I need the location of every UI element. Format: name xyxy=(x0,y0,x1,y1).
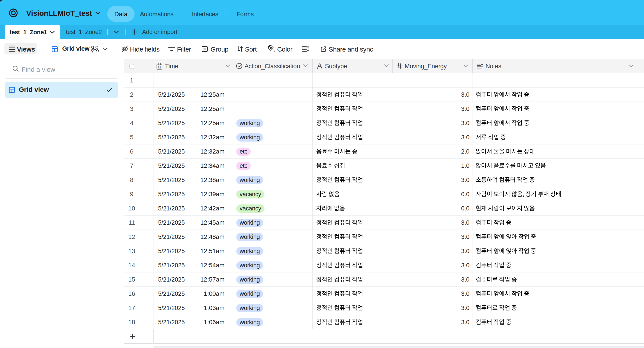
svg-text:31: 31 xyxy=(158,66,161,69)
